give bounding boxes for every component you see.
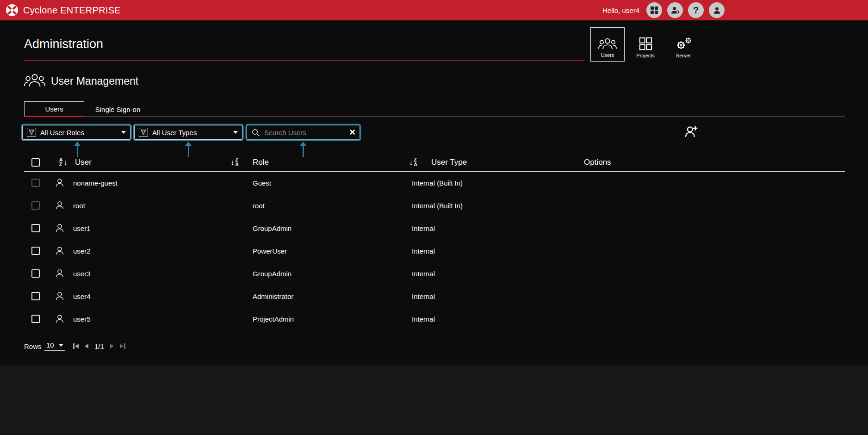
last-page-button[interactable] bbox=[120, 343, 125, 349]
person-icon bbox=[713, 6, 721, 15]
apps-grid-button[interactable] bbox=[646, 2, 662, 18]
search-users-input[interactable] bbox=[264, 129, 345, 137]
tab-users[interactable]: Users bbox=[24, 101, 84, 117]
user-type-cell: Internal bbox=[412, 269, 435, 277]
user-name-cell: user3 bbox=[73, 269, 91, 277]
table-row[interactable]: root root Internal (Built In) bbox=[0, 194, 868, 217]
account-settings-button[interactable] bbox=[667, 2, 683, 18]
clear-search-icon[interactable]: × bbox=[349, 127, 355, 137]
topbar-right-cluster: Hello, user4 ? bbox=[602, 0, 725, 20]
sort-az-icon[interactable]: AZ ↓ bbox=[59, 158, 68, 167]
previous-page-button[interactable] bbox=[85, 344, 88, 348]
column-header-role[interactable]: Role bbox=[253, 158, 269, 167]
role-cell: Guest bbox=[253, 179, 271, 186]
page-title: Administration bbox=[24, 37, 103, 51]
question-mark-icon: ? bbox=[693, 5, 699, 16]
chevron-down-icon bbox=[59, 344, 63, 347]
nav-projects-button[interactable]: Projects bbox=[628, 27, 663, 62]
nav-users-label: Users bbox=[601, 52, 614, 58]
pagination-controls: 1/1 bbox=[73, 341, 125, 352]
table-row[interactable]: user1 GroupAdmin Internal bbox=[0, 217, 868, 239]
user-avatar-icon bbox=[54, 291, 65, 302]
table-row[interactable]: noname-guest Guest Internal (Built In) bbox=[0, 171, 868, 194]
sort-za-icon[interactable]: ↓ ZA bbox=[230, 158, 239, 167]
role-cell: GroupAdmin bbox=[253, 269, 291, 277]
table-row[interactable]: user3 GroupAdmin Internal bbox=[0, 262, 868, 285]
select-all-checkbox[interactable] bbox=[31, 158, 40, 167]
users-group-icon bbox=[598, 37, 617, 50]
help-button[interactable]: ? bbox=[688, 2, 704, 18]
user-roles-filter-value: All User Roles bbox=[40, 129, 117, 137]
page-indicator: 1/1 bbox=[94, 342, 104, 350]
column-header-options: Options bbox=[584, 158, 611, 167]
column-header-user-type[interactable]: User Type bbox=[431, 158, 467, 167]
rows-per-page-select[interactable]: 10 bbox=[44, 340, 65, 351]
add-user-button[interactable] bbox=[684, 124, 699, 139]
role-cell: GroupAdmin bbox=[253, 224, 291, 232]
nav-projects-label: Projects bbox=[636, 53, 655, 58]
search-icon bbox=[251, 128, 260, 137]
user-type-cell: Internal (Built In) bbox=[412, 179, 463, 186]
role-cell: ProjectAdmin bbox=[253, 315, 294, 323]
search-users-box: × bbox=[247, 125, 360, 140]
nav-server-button[interactable]: Server bbox=[666, 27, 701, 62]
bottom-background-strip bbox=[0, 365, 868, 435]
next-page-button[interactable] bbox=[110, 344, 114, 348]
user-types-filter-dropdown[interactable]: All User Types bbox=[134, 125, 242, 140]
tab-single-sign-on[interactable]: Single Sign-on bbox=[84, 101, 151, 117]
row-checkbox bbox=[31, 179, 40, 187]
role-cell: Administrator bbox=[253, 292, 293, 300]
user-name-cell: user1 bbox=[73, 224, 91, 232]
rows-per-page-label: Rows bbox=[24, 342, 42, 350]
row-checkbox[interactable] bbox=[31, 315, 40, 323]
cyclone-logo-icon[interactable] bbox=[6, 4, 19, 17]
table-row[interactable]: user5 ProjectAdmin Internal bbox=[0, 307, 868, 330]
projects-grid-icon bbox=[639, 37, 652, 50]
row-checkbox[interactable] bbox=[31, 224, 40, 232]
first-page-button[interactable] bbox=[73, 343, 79, 349]
filter-funnel-icon bbox=[27, 128, 36, 137]
user-avatar-icon bbox=[54, 245, 65, 256]
user-name-cell: user2 bbox=[73, 247, 91, 255]
section-title: User Management bbox=[51, 75, 138, 87]
table-row[interactable]: user4 Administrator Internal bbox=[0, 285, 868, 307]
user-avatar-icon bbox=[54, 313, 65, 324]
table-header: AZ ↓ User ↓ ZA Role ↓ ZA User Type Optio… bbox=[0, 154, 868, 171]
grid-icon bbox=[651, 6, 658, 14]
role-cell: PowerUser bbox=[253, 247, 287, 255]
server-gears-icon bbox=[675, 37, 692, 50]
user-name-cell: noname-guest bbox=[73, 179, 118, 186]
user-avatar-icon bbox=[54, 268, 65, 279]
row-checkbox[interactable] bbox=[31, 269, 40, 278]
red-divider bbox=[24, 60, 584, 61]
user-avatar-icon bbox=[54, 177, 65, 188]
role-cell: root bbox=[253, 201, 265, 209]
nav-users-button[interactable]: Users bbox=[590, 27, 625, 62]
row-checkbox[interactable] bbox=[31, 247, 40, 255]
tab-sso-label: Single Sign-on bbox=[95, 106, 141, 113]
user-type-cell: Internal (Built In) bbox=[412, 201, 463, 209]
nav-server-label: Server bbox=[676, 53, 691, 58]
user-type-cell: Internal bbox=[412, 224, 435, 232]
chevron-down-icon bbox=[233, 131, 238, 134]
filter-funnel-icon bbox=[139, 128, 148, 137]
column-header-user[interactable]: User bbox=[75, 158, 92, 167]
user-roles-filter-dropdown[interactable]: All User Roles bbox=[22, 125, 130, 140]
user-types-filter-value: All User Types bbox=[152, 129, 229, 137]
user-name-cell: user5 bbox=[73, 315, 91, 323]
row-checkbox bbox=[31, 201, 40, 210]
user-type-cell: Internal bbox=[412, 247, 435, 255]
user-name-cell: user4 bbox=[73, 292, 91, 300]
user-type-cell: Internal bbox=[412, 315, 435, 323]
user-avatar-icon bbox=[54, 223, 65, 234]
row-checkbox[interactable] bbox=[31, 292, 40, 300]
table-row[interactable]: user2 PowerUser Internal bbox=[0, 239, 868, 262]
user-type-cell: Internal bbox=[412, 292, 435, 300]
profile-button[interactable] bbox=[709, 2, 725, 18]
tab-users-label: Users bbox=[45, 105, 63, 113]
sort-za-icon[interactable]: ↓ ZA bbox=[409, 158, 417, 167]
user-name-cell: root bbox=[73, 201, 85, 209]
user-greeting: Hello, user4 bbox=[602, 6, 639, 14]
chevron-down-icon bbox=[121, 131, 126, 134]
user-gear-icon bbox=[670, 6, 680, 15]
